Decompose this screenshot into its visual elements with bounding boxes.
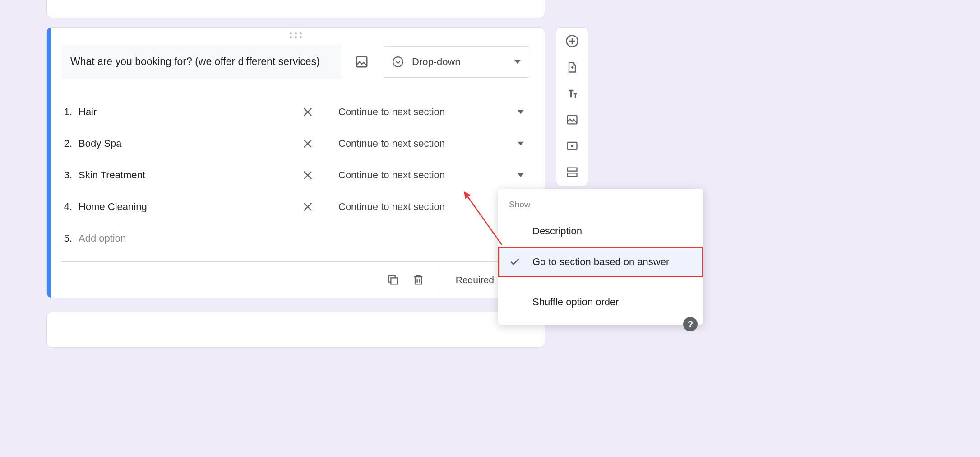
duplicate-button[interactable] [387,274,399,286]
options-list: 1.HairContinue to next section2.Body Spa… [61,96,530,254]
check-icon [509,256,521,268]
plus-circle-icon [565,34,579,48]
required-label: Required [456,275,494,285]
remove-option-button[interactable] [301,201,314,213]
caret-down-icon [514,59,521,65]
menu-item-label: Go to section based on answer [532,256,669,268]
caret-down-icon [518,140,524,147]
title-icon [566,87,578,100]
option-row: 2.Body SpaContinue to next section [61,128,530,159]
add-title-button[interactable] [564,85,580,102]
option-section-select[interactable]: Continue to next section [338,169,530,181]
option-label[interactable]: Hair [79,106,295,118]
add-question-button[interactable] [564,33,580,49]
question-title-input[interactable] [61,45,341,79]
menu-item-label: Description [532,225,582,237]
copy-icon [387,274,399,286]
remove-option-button[interactable] [301,106,314,118]
option-number: 2. [61,138,72,149]
delete-button[interactable] [412,274,425,286]
dropdown-type-icon [392,56,404,68]
option-number: 3. [61,169,72,181]
trash-icon [412,274,425,286]
add-option-row[interactable]: 5.Add option [61,223,530,254]
drag-handle-icon[interactable] [289,32,303,38]
option-row: 4.Home CleaningContinue to next section [61,191,530,223]
option-section-select[interactable]: Continue to next section [338,138,530,149]
video-icon [566,140,578,152]
caret-down-icon [518,172,524,178]
add-option-placeholder[interactable]: Add option [79,233,295,244]
svg-rect-6 [568,168,577,171]
option-section-select[interactable]: Continue to next section [338,106,530,118]
close-icon [301,106,314,118]
section-select-label: Continue to next section [338,138,445,149]
side-toolbar [556,27,588,186]
remove-option-button[interactable] [301,169,314,182]
section-select-label: Continue to next section [338,201,445,213]
question-header: Drop-down [61,45,530,79]
question-card: Drop-down 1.HairContinue to next section… [46,27,545,298]
section-select-label: Continue to next section [338,106,445,118]
menu-item-label: Shuffle option order [532,296,619,308]
add-image-button[interactable] [354,54,370,70]
next-card-edge [46,312,545,348]
option-number: 1. [61,106,72,118]
menu-group-label: Show [498,196,703,216]
more-options-menu: Show Description Go to section based on … [498,189,703,325]
svg-rect-7 [568,173,577,176]
section-select-label: Continue to next section [338,169,445,181]
close-icon [301,201,314,213]
image-icon [355,55,369,69]
caret-down-icon [518,109,524,115]
option-row: 3.Skin TreatmentContinue to next section [61,159,530,191]
help-badge-icon[interactable]: ? [683,317,698,331]
import-questions-button[interactable] [564,59,580,75]
import-icon [566,61,578,74]
svg-rect-2 [391,278,397,284]
question-footer: Required [61,261,530,298]
option-label[interactable]: Body Spa [79,138,295,149]
option-label[interactable]: Home Cleaning [79,201,295,213]
option-number: 4. [61,201,72,213]
option-row: 1.HairContinue to next section [61,96,530,128]
add-image-button-toolbar[interactable] [564,112,580,128]
close-icon [301,169,314,182]
question-type-label: Drop-down [412,56,506,68]
menu-separator [498,282,703,282]
svg-rect-0 [357,57,367,67]
previous-card-edge [46,0,545,18]
image-icon [566,113,578,126]
question-type-select[interactable]: Drop-down [383,46,530,78]
section-icon [566,166,578,178]
menu-item-shuffle[interactable]: Shuffle option order [498,287,703,317]
remove-option-button[interactable] [301,137,314,150]
footer-divider [440,270,440,290]
add-video-button[interactable] [564,138,580,154]
add-section-button[interactable] [564,164,580,180]
menu-item-description[interactable]: Description [498,216,703,247]
menu-item-go-to-section[interactable]: Go to section based on answer [498,247,703,277]
svg-point-1 [393,57,403,67]
close-icon [301,137,314,150]
option-number: 5. [61,233,72,244]
option-label[interactable]: Skin Treatment [79,169,295,181]
